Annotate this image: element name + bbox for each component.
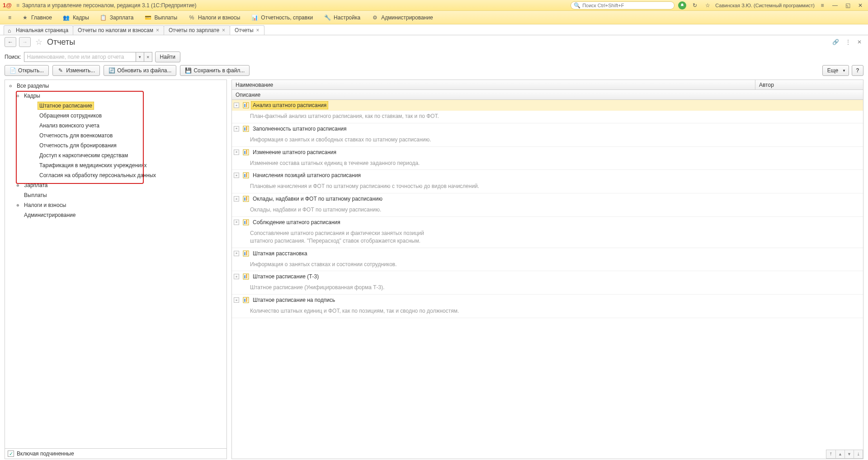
include-subordinates[interactable]: ✓ Включая подчиненные [5,448,226,459]
expand-icon[interactable]: + [234,274,239,279]
menu-Кадры[interactable]: 👥Кадры [57,12,94,23]
menu-Настройка[interactable]: 🔧Настройка [318,12,366,23]
tree-item[interactable]: Согласия на обработку персональных данны… [5,170,226,180]
tree-item[interactable]: ⊕Зарплата [5,180,226,190]
refresh-button[interactable]: 🔄Обновить из файла... [104,65,176,76]
tree-toggle-icon[interactable]: ⊖ [8,83,13,89]
tree-toggle-icon[interactable]: ⊕ [15,183,20,188]
close-window-icon[interactable]: ✕ [855,0,865,10]
expand-icon[interactable]: + [234,220,239,225]
maximize-icon[interactable]: ◱ [843,0,853,10]
help-button[interactable]: ? [852,65,863,76]
tree-item[interactable]: ⊖Все разделы [5,81,226,91]
tree-item[interactable]: Анализ воинского учета [5,121,226,131]
expand-icon[interactable]: + [234,150,239,155]
back-button[interactable]: ← [5,37,16,47]
edit-button[interactable]: ✎Изменить... [52,65,100,76]
report-row[interactable]: +Штатная расстановкаИнформация о занятых… [232,248,863,272]
close-page-icon[interactable]: ✕ [855,37,863,47]
minimize-icon[interactable]: — [830,0,840,10]
menu-Зарплата[interactable]: 📋Зарплата [94,12,139,23]
main-menu-toggle[interactable]: ≡ [5,12,15,23]
forward-button[interactable]: → [19,37,31,47]
menu-Главное[interactable]: ★Главное [16,12,57,23]
expand-icon[interactable]: + [234,297,239,303]
grid-down-icon[interactable]: ▼ [844,450,854,458]
save-button[interactable]: 💾Сохранить в файл... [180,65,250,76]
report-row[interactable]: +Изменение штатного расписанияИзменение … [232,147,863,170]
tab-Начальная страница[interactable]: ⌂Начальная страница [4,25,73,35]
report-row[interactable]: +Заполненность штатного расписанияИнформ… [232,123,863,147]
report-row[interactable]: +Начисления позиций штатного расписанияП… [232,170,863,193]
user-name[interactable]: Савинская З.Ю. (Системный программист) [715,3,815,8]
favorite-toggle[interactable]: ☆ [35,37,42,47]
tab-Отчеты по зарплате[interactable]: Отчеты по зарплате× [164,25,230,35]
tree-item[interactable]: ⊖Кадры [5,91,226,101]
tree-item[interactable]: Администрирование [5,210,226,220]
svg-rect-17 [246,220,247,224]
expand-icon[interactable]: + [234,196,239,202]
menu-Выплаты[interactable]: 💳Выплаты [139,12,183,23]
col-author[interactable]: Автор [755,80,863,89]
grid-bottom-icon[interactable]: ⤓ [854,450,863,458]
more-icon[interactable]: ⋮ [844,37,853,47]
expand-icon[interactable]: + [234,103,239,108]
global-search-input[interactable] [582,3,671,8]
grid-up-icon[interactable]: ▲ [835,450,844,458]
open-button[interactable]: 📄Открыть... [5,65,49,76]
menu-label: Выплаты [154,14,177,21]
tree-item-label: Штатное расписание [38,102,94,110]
report-description: Изменение состава штатных единиц в течен… [232,158,863,170]
search-clear[interactable]: × [144,52,152,62]
expand-icon[interactable]: + [234,173,239,178]
expand-icon[interactable]: + [234,251,239,256]
tab-Отчеты[interactable]: Отчеты× [230,25,264,35]
app-menu-icon[interactable]: ≡ [16,2,19,9]
tree-toggle-icon[interactable]: ⊕ [15,202,20,208]
col-description[interactable]: Описание [232,90,863,100]
report-row[interactable]: +Штатное расписание на подписьКоличество… [232,295,863,318]
tree-item-label: Тарификация в медицинских учреждениях [38,161,149,169]
report-row[interactable]: +Оклады, надбавки и ФОТ по штатному расп… [232,193,863,217]
close-tab-icon[interactable]: × [156,27,159,33]
settings-icon[interactable]: ≡ [817,0,827,10]
tab-Отчеты по налогам и взносам[interactable]: Отчеты по налогам и взносам× [73,25,164,35]
report-name: Анализ штатного расписания [251,101,328,109]
checkbox-icon[interactable]: ✓ [8,451,14,457]
tree-item[interactable]: Выплаты [5,190,226,200]
tree-toggle-icon[interactable]: ⊖ [15,93,20,99]
link-icon[interactable]: 🔗 [830,37,841,47]
tree-item[interactable]: Обращения сотрудников [5,111,226,121]
global-search[interactable]: 🔍 [571,1,675,9]
grid-top-icon[interactable]: ⤒ [826,450,835,458]
menu-Налоги и взносы[interactable]: %Налоги и взносы [183,12,245,23]
tree-item[interactable]: Тарификация в медицинских учреждениях [5,160,226,170]
report-row[interactable]: +Соблюдение штатного расписанияСопоставл… [232,217,863,248]
tree-item[interactable]: Доступ к наркотическим средствам [5,150,226,160]
notifications-icon[interactable] [677,0,687,10]
tree-item-label: Отчетность для бронирования [38,141,118,150]
col-name[interactable]: Наименование [232,80,755,89]
tree-item[interactable]: Штатное расписание [5,101,226,111]
close-tab-icon[interactable]: × [256,27,259,33]
find-button[interactable]: Найти [155,52,180,62]
search-input[interactable] [24,52,136,62]
report-row[interactable]: +Штатное расписание (Т-3)Штатное расписа… [232,271,863,295]
close-tab-icon[interactable]: × [222,27,225,33]
report-icon [243,250,249,257]
svg-rect-2 [246,103,247,107]
tree-item[interactable]: Отчетность для военкоматов [5,131,226,141]
report-row[interactable]: +Анализ штатного расписанияПлан-фактный … [232,100,863,123]
menu-Администрирование[interactable]: ⚙Администрирование [366,12,438,23]
expand-icon[interactable]: + [234,126,239,131]
favorites-icon[interactable]: ☆ [703,0,712,10]
tree-item-label: Кадры [22,92,42,100]
search-dropdown[interactable]: ▼ [136,52,144,62]
tree-item[interactable]: ⊕Налоги и взносы [5,200,226,210]
tree-item[interactable]: Отчетность для бронирования [5,141,226,150]
history-icon[interactable]: ↻ [690,0,700,10]
report-icon [243,196,249,202]
report-name: Штатное расписание на подпись [251,296,337,304]
menu-Отчетность, справки[interactable]: 📊Отчетность, справки [245,12,318,23]
more-button[interactable]: Еще▼ [822,65,849,76]
